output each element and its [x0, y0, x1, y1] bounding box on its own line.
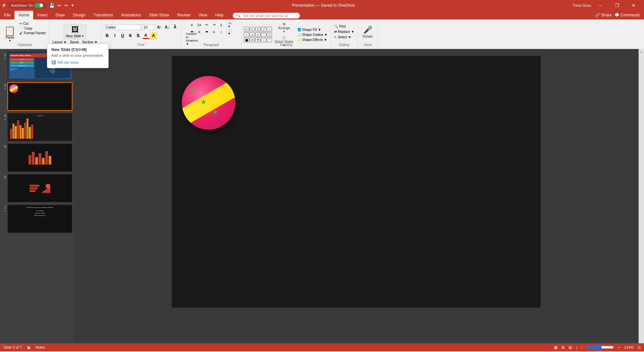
tab-draw[interactable]: Draw	[51, 11, 69, 19]
tooltip-link[interactable]: ℹ️ Tell me more	[51, 60, 104, 64]
shape10[interactable]: ⬡	[267, 32, 272, 37]
zoom-slider[interactable]	[587, 345, 614, 350]
find-button[interactable]: 🔍 Find	[333, 24, 355, 29]
notes-button[interactable]: Notes	[36, 345, 45, 349]
align-text-button[interactable]: ⬜ ▼	[228, 29, 234, 35]
slide-thumb-3[interactable]: 3 ★	[1, 82, 72, 111]
slide-canvas[interactable]: ★ ★ ★	[172, 56, 541, 308]
cut-icon: ✂	[19, 22, 22, 26]
statusbar-left: Slide 3 of 7 ▦ Notes	[3, 345, 45, 349]
replace-button[interactable]: ⇄ Replace ▼	[333, 30, 355, 34]
numbering-button[interactable]: 1≡	[196, 22, 203, 28]
triangle-shape[interactable]: △	[250, 32, 255, 37]
slide-thumb-5[interactable]: 5	[1, 143, 72, 172]
text-direction-button[interactable]: ↕A ▼	[228, 22, 234, 28]
fit-button[interactable]: ⊡	[638, 345, 641, 350]
shape15[interactable]: ⌒	[267, 38, 272, 42]
font-size-input[interactable]	[142, 25, 155, 30]
rounded-rect-shape[interactable]: ▭	[250, 27, 255, 32]
zoom-in-button[interactable]: +	[618, 345, 620, 349]
customize-icon[interactable]: ▼	[71, 3, 74, 7]
view-normal-button[interactable]: ▦	[554, 345, 557, 350]
new-slide-button[interactable]: 🖼 New Slide ▼	[64, 24, 87, 39]
shadow-button[interactable]: S	[135, 32, 142, 39]
redo-button[interactable]: ↪	[64, 3, 68, 8]
shape14[interactable]: ⌣	[261, 38, 266, 42]
minimize-button[interactable]: −	[592, 0, 608, 11]
oval-shape[interactable]: ○	[244, 32, 249, 37]
tab-view[interactable]: View	[195, 11, 211, 19]
copy-button[interactable]: 📄 Copy	[18, 26, 47, 31]
increase-font-button[interactable]: A↑	[156, 24, 163, 31]
slide-thumbnail-7[interactable]: Special thanks go to the following indiv…	[7, 205, 72, 233]
shape-fill-button[interactable]: 🪣 Shape Fill ▼	[296, 28, 329, 32]
slide-thumb-6[interactable]: 6	[1, 174, 72, 203]
view-reading-button[interactable]: ▤	[569, 345, 572, 350]
tab-transitions[interactable]: Transitions	[90, 11, 117, 19]
zoom-out-button[interactable]: −	[581, 345, 583, 349]
tab-insert[interactable]: Insert	[33, 11, 51, 19]
bullets-button[interactable]: ≡	[189, 22, 195, 28]
undo-button[interactable]: ↩	[57, 3, 61, 8]
italic-button[interactable]: I	[112, 32, 118, 39]
increase-indent-button[interactable]: ⇒	[211, 22, 217, 28]
scroll-up-icon[interactable]: ▲	[640, 50, 643, 53]
slide-thumb-7[interactable]: 7 ★ Special thanks go to the following i…	[1, 205, 72, 233]
columns-button[interactable]: ⫿	[218, 22, 225, 28]
shape9[interactable]: ⌒	[261, 32, 266, 37]
format-painter-button[interactable]: 🖌 Format Painter	[18, 31, 47, 35]
strikethrough-button[interactable]: S	[127, 32, 134, 39]
info-icon: ℹ️	[51, 60, 56, 64]
autosave-toggle[interactable]	[34, 3, 44, 8]
convert-smartart-button[interactable]: Convert to SmartArt ▼	[189, 36, 195, 42]
slide-thumbnail-5[interactable]	[7, 143, 72, 172]
clear-format-button[interactable]: Ã	[172, 24, 178, 31]
shape8[interactable]: ◇	[255, 32, 261, 37]
right-scrollbar[interactable]: ▲	[639, 49, 644, 343]
shape-outline-button[interactable]: ⬜ Shape Outline ▼	[296, 33, 329, 37]
restore-button[interactable]: ❐	[609, 0, 625, 11]
tab-home[interactable]: Home	[14, 11, 33, 19]
line-shape[interactable]: ╱	[261, 27, 266, 32]
slide-thumbnail-3[interactable]	[7, 82, 72, 111]
close-button[interactable]: ✕	[626, 0, 641, 11]
font-color-button[interactable]: A	[143, 32, 149, 39]
cut-button[interactable]: ✂ Cut	[18, 21, 47, 26]
dictate-button[interactable]: 🎤 Dictate	[361, 23, 374, 41]
highlight-button[interactable]: A	[150, 32, 157, 39]
rect-shape[interactable]: ▭	[244, 27, 249, 32]
shape13[interactable]: ⛛	[255, 38, 261, 42]
arrow-shape[interactable]: →	[267, 27, 272, 32]
shape11[interactable]: ⬤	[244, 38, 249, 42]
comments-button[interactable]: 💬 Comments	[614, 13, 640, 17]
decrease-indent-button[interactable]: ⇐	[203, 22, 210, 28]
decrease-font-button[interactable]: A↓	[164, 24, 171, 31]
tab-animations[interactable]: Animations	[117, 11, 145, 19]
ball-graphic[interactable]: ★ ★ ★	[182, 76, 235, 130]
line-spacing-button[interactable]: ↕	[218, 29, 225, 35]
shape3[interactable]: ◻	[255, 27, 261, 32]
font-name-input[interactable]	[104, 25, 141, 30]
tab-slideshow[interactable]: Slide Show	[145, 11, 173, 19]
tab-help[interactable]: Help	[211, 11, 228, 19]
select-button[interactable]: ↖ Select ▼	[333, 35, 355, 39]
justify-button[interactable]: ≡	[211, 29, 217, 35]
tab-design[interactable]: Design	[69, 11, 89, 19]
underline-button[interactable]: U	[119, 32, 126, 39]
paste-button[interactable]: 📋 Paste ▼	[2, 21, 18, 47]
slide-thumbnail-4[interactable]: Chart Title	[7, 113, 72, 141]
tab-file[interactable]: File	[0, 11, 14, 19]
view-slide-sorter-button[interactable]: ⊞	[561, 345, 565, 350]
save-button[interactable]: 💾	[49, 3, 55, 8]
shape12[interactable]: ✦	[250, 38, 255, 42]
align-right-button[interactable]: ⬌	[203, 29, 210, 35]
bold-button[interactable]: B	[104, 32, 111, 39]
tab-review[interactable]: Review	[173, 11, 194, 19]
slide-thumbnail-6[interactable]	[7, 174, 72, 203]
share-button[interactable]: 🔗 Share	[595, 13, 612, 17]
shape-effects-button[interactable]: ✨ Shape Effects ▼	[296, 38, 329, 42]
slide-thumb-4[interactable]: 4 ★ Chart Title	[1, 113, 72, 141]
arrange-button[interactable]: ⊞ Arrange ▼	[273, 21, 295, 34]
tell-me-box[interactable]: 🔍 Tell me what you want to do	[233, 13, 300, 18]
paragraph-label: Paragraph	[204, 43, 219, 47]
